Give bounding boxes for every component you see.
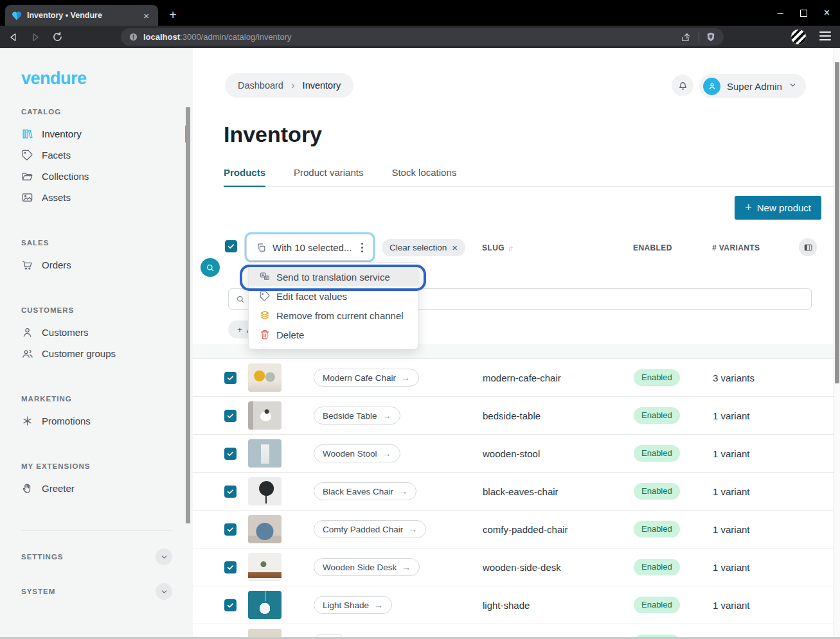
scrollbar-thumb[interactable]: [835, 62, 839, 383]
copy-icon: [256, 242, 267, 253]
row-checkbox[interactable]: [224, 523, 237, 536]
user-menu[interactable]: Super Admin: [699, 74, 806, 98]
sidebar-scrollbar[interactable]: [186, 107, 190, 523]
arrow-right-icon: →: [374, 600, 383, 610]
product-name-chip[interactable]: Comfy Padded Chair→: [314, 520, 426, 538]
select-all-checkbox[interactable]: [225, 240, 237, 252]
row-checkbox[interactable]: [224, 410, 237, 422]
variant-count: 1 variant: [713, 524, 834, 535]
user-avatar: [703, 78, 720, 95]
tab-close-icon[interactable]: ×: [141, 10, 152, 22]
menu-item-send-to-translation-service[interactable]: Send to translation service: [249, 267, 418, 286]
window-minimize-button[interactable]: –: [778, 7, 783, 19]
row-checkbox[interactable]: [224, 448, 237, 460]
chevron-down-icon: [789, 80, 797, 92]
row-checkbox[interactable]: [224, 599, 237, 611]
bulk-actions-button[interactable]: With 10 selected...: [246, 234, 373, 261]
window-maximize-button[interactable]: [800, 10, 807, 17]
back-button[interactable]: [5, 29, 22, 46]
close-icon: ×: [452, 242, 458, 253]
arrow-right-icon: →: [382, 410, 391, 421]
tab-title: Inventory • Vendure: [27, 11, 136, 20]
product-slug: bedside-table: [483, 410, 634, 421]
product-name: Bedside Table: [323, 411, 377, 421]
image-icon: [21, 191, 33, 204]
new-product-button[interactable]: + New product: [735, 196, 821, 220]
menu-item-edit-facet-values[interactable]: Edit facet values: [249, 286, 418, 306]
column-settings-button[interactable]: [799, 238, 817, 256]
breadcrumb-dashboard[interactable]: Dashboard: [238, 80, 283, 91]
kebab-menu-icon[interactable]: [357, 240, 367, 255]
sidebar-item-label: Customer groups: [42, 348, 116, 359]
menu-item-delete[interactable]: Delete: [249, 325, 418, 344]
column-header-variants: # VARIANTS: [712, 243, 760, 252]
sidebar-item-greeter[interactable]: Greeter: [0, 478, 193, 499]
sidebar-item-label: Assets: [42, 192, 71, 203]
sidebar-item-customers[interactable]: Customers: [0, 322, 193, 343]
sidebar-divider: [21, 530, 172, 530]
product-name-chip[interactable]: Modern Cafe Chair→: [314, 369, 419, 387]
variant-count: 3 variants: [713, 372, 834, 383]
column-header-enabled: ENABLED: [633, 243, 672, 252]
url-bar[interactable]: localhost:3000/admin/catalog/inventory: [121, 28, 724, 46]
brave-shield-icon[interactable]: [706, 31, 716, 42]
row-checkbox[interactable]: [224, 561, 237, 573]
sidebar-item-orders[interactable]: Orders: [0, 254, 193, 276]
reload-button[interactable]: [49, 29, 66, 46]
sidebar-item-assets[interactable]: Assets: [0, 187, 193, 208]
quick-search-button[interactable]: [201, 258, 220, 277]
sidebar-item-collections[interactable]: Collections: [0, 166, 193, 187]
browser-tab[interactable]: Inventory • Vendure ×: [5, 5, 158, 26]
product-name-chip[interactable]: Wooden Side Desk→: [314, 558, 420, 576]
new-product-label: New product: [757, 202, 811, 213]
sidebar-item-promotions[interactable]: Promotions: [0, 410, 193, 432]
system-expand-button[interactable]: [156, 583, 172, 600]
product-name-chip[interactable]: Wooden Stool→: [314, 444, 400, 462]
table-row: Bedside Table→ bedside-table Enabled 1 v…: [193, 396, 834, 434]
window-close-button[interactable]: ×: [824, 7, 830, 19]
sidebar-item-inventory[interactable]: Inventory: [0, 123, 193, 144]
table-row: Black Eaves Chair→ black-eaves-chair Ena…: [193, 472, 834, 510]
site-info-icon[interactable]: [129, 32, 138, 42]
row-checkbox[interactable]: [224, 486, 237, 498]
vendure-favicon-heart-icon: [12, 11, 22, 21]
row-checkbox[interactable]: [224, 372, 237, 384]
product-name-chip[interactable]: Black Eaves Chair→: [314, 482, 416, 500]
tab-stock-locations[interactable]: Stock locations: [391, 167, 456, 186]
columns-icon: [803, 243, 813, 252]
share-icon[interactable]: [681, 31, 692, 42]
product-name-chip[interactable]: Bedside Table→: [314, 407, 400, 425]
sidebar-group-system: SYSTEM: [21, 583, 172, 600]
column-header-slug[interactable]: SLUG ↓↑: [482, 243, 512, 252]
browser-profile-avatar[interactable]: [791, 29, 807, 45]
forward-button[interactable]: [27, 29, 44, 46]
sidebar-item-facets[interactable]: Facets: [0, 144, 193, 166]
product-thumbnail: [248, 591, 281, 619]
url-host: localhost: [143, 32, 180, 42]
section-label-settings: SETTINGS: [21, 553, 64, 561]
cart-icon: [21, 259, 33, 271]
product-name: Light Shade: [323, 600, 369, 610]
clear-selection-chip[interactable]: Clear selection ×: [382, 239, 465, 256]
table-row: Wooden Side Desk→ wooden-side-desk Enabl…: [193, 548, 834, 586]
menu-item-remove-from-channel[interactable]: Remove from current channel: [249, 306, 418, 325]
page-scrollbar[interactable]: [834, 48, 840, 637]
product-slug: wooden-side-desk: [483, 562, 634, 573]
arrow-right-icon: →: [401, 372, 410, 383]
browser-menu-icon[interactable]: [819, 31, 831, 40]
user-name: Super Admin: [727, 81, 782, 92]
arrow-right-icon: →: [398, 486, 407, 496]
variant-count: 1 variant: [713, 486, 834, 497]
notifications-button[interactable]: [672, 74, 693, 96]
tab-product-variants[interactable]: Product variants: [294, 167, 363, 186]
sort-icon[interactable]: ↓↑: [508, 244, 512, 252]
tab-products[interactable]: Products: [224, 167, 265, 187]
hand-wave-icon: [21, 482, 33, 495]
sidebar-item-customer-groups[interactable]: Customer groups: [0, 343, 193, 364]
settings-expand-button[interactable]: [156, 548, 172, 565]
status-badge: Enabled: [634, 445, 680, 462]
folder-icon: [21, 170, 33, 182]
product-name-chip[interactable]: Light Shade→: [314, 596, 392, 614]
breadcrumb-inventory: Inventory: [303, 80, 341, 91]
new-tab-button[interactable]: +: [165, 6, 181, 23]
